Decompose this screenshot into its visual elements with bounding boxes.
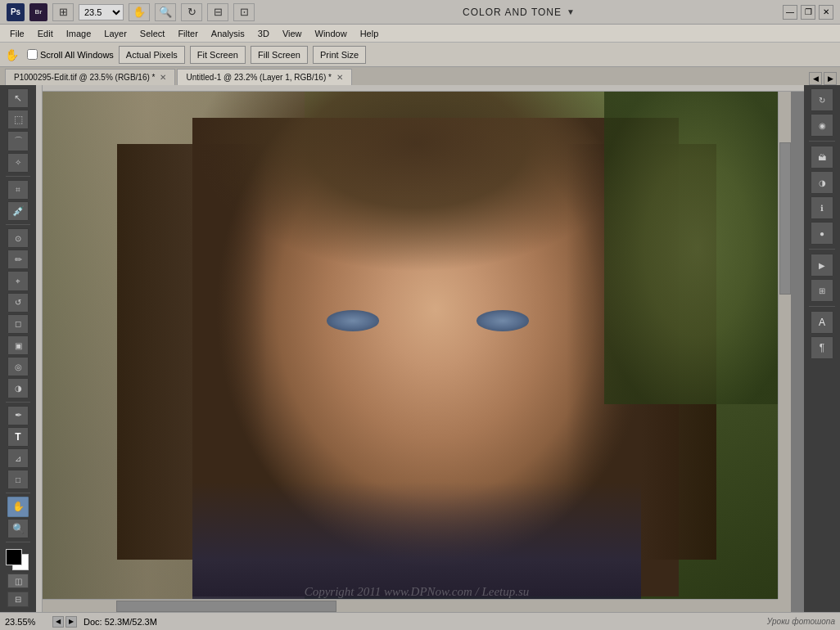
text-align-btn-r[interactable]: A <box>811 311 833 334</box>
pen-tool[interactable]: ✒ <box>7 406 29 425</box>
title-dropdown[interactable]: ▼ <box>567 7 575 16</box>
fill-screen-btn[interactable]: Fill Screen <box>251 46 308 64</box>
eye-left <box>327 310 379 331</box>
vertical-scrollbar[interactable] <box>778 92 791 599</box>
crop-tool[interactable]: ⌗ <box>7 180 29 200</box>
healing-brush-tool[interactable]: ⊙ <box>7 228 29 248</box>
quick-select-tool[interactable]: ✧ <box>7 153 29 173</box>
restore-btn[interactable]: ❐ <box>801 5 815 20</box>
right-sep-2 <box>809 249 835 250</box>
workspace: ↖ ⬚ ⌒ ✧ ⌗ 💉 ⊙ ✏ ⌖ ↺ ◻ ▣ ◎ ◑ ✒ T ⊿ □ ✋ 🔍 … <box>0 85 840 612</box>
menu-3d[interactable]: 3D <box>251 25 276 42</box>
hand-icon: ✋ <box>5 48 19 61</box>
rotate-tool-title[interactable]: ↻ <box>181 3 202 21</box>
quick-mask-btn[interactable]: ◫ <box>7 574 29 589</box>
hand-tool-title[interactable]: ✋ <box>129 3 150 21</box>
mountains-btn[interactable]: 🏔 <box>811 146 833 169</box>
history-brush-tool[interactable]: ↺ <box>7 293 29 313</box>
shape-tool[interactable]: □ <box>7 470 29 489</box>
tab-scroll-left[interactable]: ◀ <box>809 72 822 85</box>
circle-half-btn[interactable]: ◑ <box>811 171 833 194</box>
menu-edit[interactable]: Edit <box>31 25 60 42</box>
menu-window[interactable]: Window <box>309 25 354 42</box>
menu-select[interactable]: Select <box>133 25 172 42</box>
scrollbar-v-thumb[interactable] <box>779 142 791 295</box>
print-size-btn[interactable]: Print Size <box>313 46 366 64</box>
canvas-area: Copyright 2011 www.DPNow.com / Leetup.su <box>36 85 804 612</box>
type-tool[interactable]: T <box>7 427 29 447</box>
menu-help[interactable]: Help <box>354 25 386 42</box>
rotate-view-btn[interactable]: ↻ <box>811 88 833 111</box>
ruler-vertical <box>36 85 43 612</box>
eraser-tool[interactable]: ◻ <box>7 314 29 334</box>
menu-view[interactable]: View <box>276 25 309 42</box>
fit-screen-btn[interactable]: Fit Screen <box>190 46 246 64</box>
close-btn[interactable]: ✕ <box>819 5 833 20</box>
photo-canvas[interactable]: Copyright 2011 www.DPNow.com / Leetup.su <box>43 92 791 612</box>
tool-separator-4 <box>6 493 30 493</box>
tab-1-close[interactable]: ✕ <box>336 73 343 82</box>
right-sep-3 <box>809 306 835 307</box>
zoom-tool-title[interactable]: 🔍 <box>155 3 176 21</box>
menu-file[interactable]: File <box>3 25 31 42</box>
lasso-tool[interactable]: ⌒ <box>7 131 29 151</box>
clone-stamp-tool[interactable]: ⌖ <box>7 271 29 290</box>
zoom-select[interactable]: 23.5 <box>79 4 124 20</box>
tool-separator-2 <box>6 224 30 225</box>
scroll-controls: ◀ ▶ <box>52 616 77 628</box>
document-info: Doc: 52.3M/52.3M <box>84 617 157 627</box>
actual-pixels-btn[interactable]: Actual Pixels <box>119 46 185 64</box>
scrollbar-corner <box>778 599 791 612</box>
tab-bar: P1000295-Edit.tif @ 23.5% (RGB/16) * ✕ U… <box>0 67 840 85</box>
brush-tool[interactable]: ✏ <box>7 250 29 269</box>
options-btn[interactable]: ⊞ <box>52 3 74 21</box>
right-panel: ↻ ◉ 🏔 ◑ ℹ ● ▶ ⊞ A ¶ <box>804 85 840 612</box>
layout-btn[interactable]: ⊟ <box>207 3 228 21</box>
scrollbar-h-thumb[interactable] <box>116 601 336 612</box>
zoom-level: 23.55% <box>5 617 46 627</box>
paragraph-btn-r[interactable]: ¶ <box>811 336 833 359</box>
hand-tool-panel[interactable]: ✋ <box>7 497 29 516</box>
screen-mode-btn[interactable]: ⊡ <box>233 3 255 21</box>
menu-filter[interactable]: Filter <box>171 25 204 42</box>
grid-btn-r[interactable]: ⊞ <box>811 279 833 302</box>
title-bar: Ps Br ⊞ 23.5 ✋ 🔍 ↻ ⊟ ⊡ COLOR AND TONE ▼ … <box>0 0 840 25</box>
info-btn-r[interactable]: ℹ <box>811 196 833 219</box>
move-tool[interactable]: ↖ <box>7 88 29 108</box>
options-bar: ✋ Scroll All Windows Actual Pixels Fit S… <box>0 43 840 67</box>
gradient-tool[interactable]: ▣ <box>7 335 29 355</box>
dot-btn-r[interactable]: ● <box>811 222 833 245</box>
scroll-all-label: Scroll All Windows <box>27 49 114 60</box>
scroll-left-btn[interactable]: ◀ <box>52 616 64 628</box>
status-bar: 23.55% ◀ ▶ Doc: 52.3M/52.3M Уроки фотошо… <box>0 612 840 630</box>
copyright-text: Уроки фотошопа <box>767 617 835 626</box>
foreground-color-swatch[interactable] <box>6 549 22 565</box>
tab-1[interactable]: Untitled-1 @ 23.2% (Layer 1, RGB/16) * ✕ <box>177 69 351 85</box>
scroll-all-checkbox[interactable] <box>27 49 38 60</box>
eyedropper-tool[interactable]: 💉 <box>7 201 29 221</box>
color-swatches <box>6 549 30 569</box>
path-selection-tool[interactable]: ⊿ <box>7 448 29 468</box>
dodge-tool[interactable]: ◑ <box>7 378 29 398</box>
blur-tool[interactable]: ◎ <box>7 357 29 376</box>
menu-layer[interactable]: Layer <box>97 25 133 42</box>
dodge-btn-r[interactable]: ◉ <box>811 114 833 137</box>
menu-image[interactable]: Image <box>60 25 98 42</box>
minimize-btn[interactable]: — <box>783 5 797 20</box>
play-btn-r[interactable]: ▶ <box>811 254 833 277</box>
canvas-container: Copyright 2011 www.DPNow.com / Leetup.su <box>43 92 791 612</box>
tab-scroll-right[interactable]: ▶ <box>824 72 837 85</box>
rectangle-select-tool[interactable]: ⬚ <box>7 110 29 129</box>
zoom-tool-panel[interactable]: 🔍 <box>7 519 29 538</box>
eye-right <box>476 310 529 331</box>
menu-analysis[interactable]: Analysis <box>205 25 251 42</box>
tab-0[interactable]: P1000295-Edit.tif @ 23.5% (RGB/16) * ✕ <box>5 69 175 85</box>
scroll-right-btn[interactable]: ▶ <box>65 616 77 628</box>
bridge-logo: Br <box>29 3 47 21</box>
clothing-layer <box>192 482 641 612</box>
screen-mode-panel-btn[interactable]: ⊟ <box>7 592 29 607</box>
tab-0-close[interactable]: ✕ <box>160 73 166 82</box>
tab-extras: ◀ ▶ <box>809 72 840 85</box>
horizontal-scrollbar[interactable] <box>43 599 778 612</box>
menu-bar: File Edit Image Layer Select Filter Anal… <box>0 25 840 43</box>
